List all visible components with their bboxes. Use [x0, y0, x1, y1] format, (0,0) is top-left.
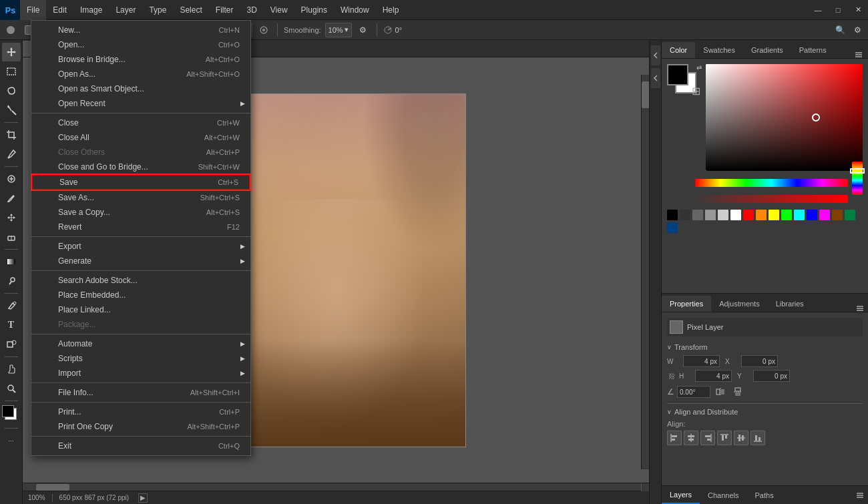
align-left-btn[interactable]	[667, 431, 682, 445]
gradient-tool[interactable]	[2, 252, 21, 271]
menu-layer[interactable]: Layer	[109, 0, 142, 20]
menu-window[interactable]: Window	[334, 0, 376, 20]
props-menu[interactable]	[852, 305, 868, 312]
swatch-mid[interactable]	[692, 210, 703, 220]
lasso-tool[interactable]	[2, 81, 21, 100]
text-tool[interactable]: T	[2, 316, 21, 334]
hue-vertical-bar[interactable]	[852, 162, 863, 195]
crop-tool[interactable]	[2, 125, 21, 144]
menu-plugins[interactable]: Plugins	[294, 0, 334, 20]
menu-package[interactable]: Package...	[31, 317, 250, 332]
menu-image[interactable]: Image	[73, 0, 109, 20]
menu-save-copy[interactable]: Save a Copy... Alt+Ctrl+S	[31, 205, 250, 220]
menu-generate[interactable]: Generate	[31, 254, 250, 268]
menu-print[interactable]: Print... Ctrl+P	[31, 405, 250, 419]
tab-patterns[interactable]: Patterns	[791, 42, 835, 58]
menu-3d[interactable]: 3D	[240, 0, 263, 20]
tab-adjustments[interactable]: Adjustments	[711, 296, 768, 312]
swatch-magenta[interactable]	[819, 210, 830, 220]
menu-open[interactable]: Open... Ctrl+O	[31, 37, 250, 52]
fg-bg-colors[interactable]	[2, 405, 21, 424]
scroll-thumb-v[interactable]	[642, 81, 649, 108]
smoothing-select[interactable]: 10% ▾	[325, 23, 352, 37]
swatch-black[interactable]	[667, 210, 678, 220]
menu-close[interactable]: Close Ctrl+W	[31, 115, 250, 130]
flip-h-btn[interactable]	[713, 385, 728, 399]
brush-tool[interactable]	[2, 189, 21, 208]
tab-swatches[interactable]: Swatches	[695, 42, 743, 58]
tab-layers[interactable]: Layers	[662, 487, 700, 504]
align-center-v-btn[interactable]	[734, 431, 748, 445]
panel-collapse-btn2[interactable]	[651, 68, 660, 88]
minimize-button[interactable]: —	[808, 0, 828, 20]
vertical-scrollbar[interactable]	[641, 75, 649, 469]
menu-open-as[interactable]: Open As... Alt+Shift+Ctrl+O	[31, 67, 250, 81]
fg-color-chip[interactable]	[667, 64, 688, 85]
horizontal-scrollbar[interactable]	[23, 483, 649, 491]
w-input[interactable]	[683, 355, 720, 367]
eraser-tool[interactable]	[2, 228, 21, 246]
tab-color[interactable]: Color	[662, 42, 695, 58]
menu-export[interactable]: Export	[31, 239, 250, 254]
rect-select-tool[interactable]	[2, 62, 21, 81]
swatch-navy[interactable]	[667, 222, 678, 233]
menu-file[interactable]: File	[20, 0, 46, 20]
menu-open-recent[interactable]: Open Recent	[31, 96, 250, 111]
airbrush-btn[interactable]	[256, 23, 271, 37]
menu-select[interactable]: Select	[173, 0, 208, 20]
alpha-slider[interactable]	[695, 195, 848, 203]
align-top-btn[interactable]	[717, 431, 732, 445]
search-icon[interactable]: 🔍	[833, 23, 847, 37]
menu-save[interactable]: Save Ctrl+S	[31, 174, 250, 190]
align-right-btn[interactable]	[700, 431, 715, 445]
zoom-tool[interactable]	[2, 379, 21, 398]
angle-input[interactable]	[677, 386, 710, 398]
color-handle[interactable]	[812, 113, 820, 121]
extra-tools[interactable]: ···	[2, 431, 21, 450]
menu-automate[interactable]: Automate	[31, 336, 250, 351]
swatch-darkgreen[interactable]	[845, 210, 855, 220]
menu-scripts[interactable]: Scripts	[31, 351, 250, 366]
align-bottom-btn[interactable]	[750, 431, 765, 445]
swatch-light[interactable]	[705, 210, 716, 220]
swatch-white[interactable]	[730, 210, 741, 220]
tab-paths[interactable]: Paths	[747, 487, 782, 504]
menu-close-bridge[interactable]: Close and Go to Bridge... Shift+Ctrl+W	[31, 160, 250, 174]
tab-gradients[interactable]: Gradients	[743, 42, 791, 58]
shape-tool[interactable]	[2, 335, 21, 354]
align-center-h-btn[interactable]	[684, 431, 698, 445]
hue-slider[interactable]	[695, 179, 848, 187]
y-input[interactable]	[753, 370, 790, 382]
pen-tool[interactable]	[2, 296, 21, 315]
scroll-thumb-h[interactable]	[36, 484, 69, 491]
swatch-dark[interactable]	[680, 210, 690, 220]
swatch-yellow[interactable]	[769, 210, 779, 220]
menu-revert[interactable]: Revert F12	[31, 220, 250, 234]
wand-tool[interactable]	[2, 101, 21, 119]
flip-v-btn[interactable]	[730, 385, 745, 399]
tab-properties[interactable]: Properties	[662, 296, 711, 312]
menu-print-copy[interactable]: Print One Copy Alt+Shift+Ctrl+P	[31, 419, 250, 434]
menu-save-as[interactable]: Save As... Shift+Ctrl+S	[31, 190, 250, 205]
align-section-header[interactable]: ∨ Align and Distribute	[667, 408, 863, 416]
menu-adobe-stock[interactable]: Search Adobe Stock...	[31, 273, 250, 288]
swatch-orange[interactable]	[756, 210, 767, 220]
menu-view[interactable]: View	[264, 0, 294, 20]
swap-colors[interactable]: ⇄	[696, 64, 702, 71]
swatch-cyan[interactable]	[794, 210, 805, 220]
dodge-tool[interactable]	[2, 272, 21, 290]
color-panel-menu[interactable]	[849, 51, 868, 58]
x-input[interactable]	[741, 355, 778, 367]
extra-options-icon[interactable]: ⚙	[850, 23, 865, 37]
swatch-blue[interactable]	[807, 210, 817, 220]
swatch-red[interactable]	[743, 210, 754, 220]
hand-tool[interactable]	[2, 360, 21, 379]
eyedropper-tool[interactable]	[2, 145, 21, 164]
menu-help[interactable]: Help	[376, 0, 406, 20]
menu-edit[interactable]: Edit	[46, 0, 73, 20]
move-tool[interactable]	[2, 43, 21, 61]
menu-browse-bridge[interactable]: Browse in Bridge... Alt+Ctrl+O	[31, 52, 250, 67]
menu-new[interactable]: New... Ctrl+N	[31, 23, 250, 37]
swatch-lighter[interactable]	[718, 210, 728, 220]
link-chain-icon[interactable]: ⛓	[667, 371, 676, 381]
